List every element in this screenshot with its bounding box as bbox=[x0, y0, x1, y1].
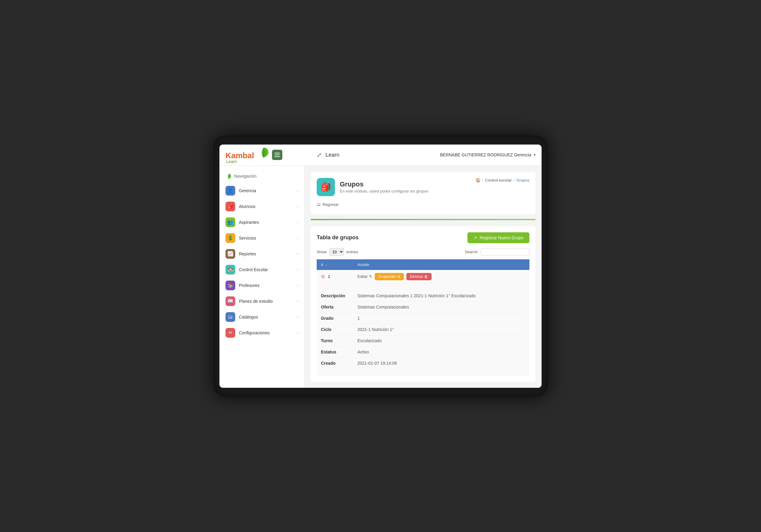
chevron-right-icon: › bbox=[297, 315, 298, 319]
back-icon: 🗂 bbox=[317, 202, 321, 207]
sidebar-item-aspirantes[interactable]: 👥 Aspirantes › bbox=[219, 214, 304, 230]
sidebar-item-planes-estudio[interactable]: 📖 Planes de estudio › bbox=[219, 293, 304, 309]
detail-label-creado: Creado bbox=[321, 361, 357, 366]
detail-row-container: Descripción Sistemas Computacionales 1 2… bbox=[317, 283, 529, 375]
app-header: Kambal Learn ⤢ Learn bbox=[219, 144, 542, 166]
entries-select[interactable]: 10 25 50 bbox=[329, 248, 344, 256]
hamburger-button[interactable] bbox=[272, 150, 282, 160]
suspend-icon: ⊘ bbox=[397, 275, 400, 279]
planes-estudio-icon: 📖 bbox=[225, 296, 235, 306]
sidebar-item-servicios[interactable]: 💲 Servicios › bbox=[219, 230, 304, 246]
table-body: ⊖ 1 Editar ✎ bbox=[317, 270, 529, 376]
sidebar-item-control-escolar[interactable]: 🏫 Control Escolar › bbox=[219, 262, 304, 278]
data-table: # ↕ Acción bbox=[317, 259, 529, 376]
sidebar-nav-label: Navegación bbox=[219, 171, 304, 183]
detail-value-creado: 2021-01-07 19:14:06 bbox=[357, 361, 397, 366]
breadcrumb: 🏠 / Control escolar / Grupos bbox=[476, 178, 529, 183]
edit-label: Editar bbox=[357, 274, 368, 279]
edit-icon: ✎ bbox=[369, 274, 372, 279]
sidebar-item-alumnos[interactable]: 🎒 Alumnos › bbox=[219, 199, 304, 214]
gerencia-icon: 👤 bbox=[225, 186, 235, 195]
app-body: Navegación 👤 Gerencia › 🎒 Alumnos › 👥 As… bbox=[219, 166, 542, 388]
detail-value-ciclo: 2021-1 Nutrición 1° bbox=[357, 327, 394, 332]
detail-label-oferta: Oferta bbox=[321, 304, 357, 309]
nav-leaf-icon bbox=[225, 173, 232, 179]
breadcrumb-home-icon: 🏠 bbox=[476, 178, 481, 183]
page-header: 🎒 Grupos En este módulo, usted podrá con… bbox=[317, 178, 529, 196]
chevron-right-icon: › bbox=[297, 236, 298, 240]
register-icon: ↗ bbox=[474, 235, 477, 240]
detail-label-estatus: Estatus bbox=[321, 349, 357, 354]
hamburger-line-1 bbox=[274, 153, 280, 153]
page-title-text: Grupos En este módulo, usted podrá confi… bbox=[340, 180, 428, 193]
show-entries: Show 10 25 50 entries bbox=[317, 248, 358, 256]
chevron-right-icon: › bbox=[297, 220, 298, 224]
header-app-name: Learn bbox=[325, 152, 339, 158]
chevron-right-icon: › bbox=[297, 299, 298, 303]
chevron-right-icon: › bbox=[297, 268, 298, 272]
search-area: Search: bbox=[465, 248, 529, 256]
chevron-right-icon: › bbox=[297, 188, 298, 193]
sidebar: Navegación 👤 Gerencia › 🎒 Alumnos › 👥 As… bbox=[219, 166, 305, 388]
delete-button[interactable]: Eliminar 🗑 bbox=[406, 273, 432, 280]
col-hash-label: # bbox=[321, 262, 323, 267]
action-buttons: Editar ✎ Suspender ⊘ Elimina bbox=[357, 273, 525, 280]
detail-label-ciclo: Ciclo bbox=[321, 327, 357, 332]
detail-cell: Descripción Sistemas Computacionales 1 2… bbox=[317, 283, 529, 375]
table-controls: Show 10 25 50 entries Search: bbox=[317, 248, 529, 256]
control-escolar-label: Control Escolar bbox=[239, 267, 297, 272]
nav-label-text: Navegación bbox=[234, 174, 257, 179]
delete-icon: 🗑 bbox=[424, 275, 428, 279]
detail-row-estatus: Estatus Activo bbox=[321, 346, 525, 358]
user-name: BERNABE GUTIERREZ RODRIGUEZ Gerencia bbox=[440, 152, 531, 157]
sidebar-item-profesores[interactable]: 📚 Profesores › bbox=[219, 278, 304, 293]
detail-value-turno: Escolarizado bbox=[357, 338, 382, 343]
register-label: Registrar Nuevo Grupo bbox=[480, 235, 523, 240]
detail-row-ciclo: Ciclo 2021-1 Nutrición 1° bbox=[321, 324, 525, 335]
detail-label-descripcion: Descripción bbox=[321, 293, 357, 298]
search-input[interactable] bbox=[481, 248, 529, 256]
sidebar-item-configuraciones[interactable]: ✂ Configuraciones › bbox=[219, 325, 304, 341]
breadcrumb-control-escolar[interactable]: Control escolar bbox=[485, 178, 511, 183]
col-accion-label: Acción bbox=[357, 262, 369, 267]
sort-icon: ↕ bbox=[325, 263, 327, 267]
hamburger-line-3 bbox=[274, 156, 280, 157]
search-label: Search: bbox=[465, 250, 478, 254]
green-divider bbox=[311, 219, 536, 220]
detail-row-grado: Grado 1 bbox=[321, 313, 525, 324]
page-icon: 🎒 bbox=[317, 178, 335, 196]
configuraciones-label: Configuraciones bbox=[239, 330, 297, 335]
gerencia-label: Gerencia bbox=[239, 188, 297, 193]
chevron-right-icon: › bbox=[297, 204, 298, 209]
aspirantes-icon: 👥 bbox=[225, 217, 235, 227]
back-button[interactable]: 🗂 Regresar bbox=[317, 201, 338, 208]
back-label: Regresar bbox=[322, 202, 338, 207]
col-accion: Acción bbox=[353, 259, 529, 270]
sidebar-item-reportes[interactable]: 📈 Reportes › bbox=[219, 246, 304, 262]
edit-button[interactable]: Editar ✎ bbox=[357, 274, 372, 279]
detail-label-grado: Grado bbox=[321, 316, 357, 321]
detail-row-turno: Turno Escolarizado bbox=[321, 335, 525, 346]
device-screen: Kambal Learn ⤢ Learn bbox=[219, 144, 542, 388]
chevron-right-icon: › bbox=[297, 331, 298, 335]
col-hash: # ↕ bbox=[317, 259, 353, 270]
detail-value-descripcion: Sistemas Computacionales 1 2021-1 Nutric… bbox=[357, 293, 476, 298]
delete-label: Eliminar bbox=[410, 275, 423, 279]
suspend-button[interactable]: Suspender ⊘ bbox=[375, 273, 404, 280]
configuraciones-icon: ✂ bbox=[225, 328, 235, 338]
sidebar-item-gerencia[interactable]: 👤 Gerencia › bbox=[219, 183, 304, 199]
table-row: ⊖ 1 Editar ✎ bbox=[317, 270, 529, 284]
expand-button[interactable]: ⤢ bbox=[317, 151, 322, 158]
catalogos-label: Catálogos bbox=[239, 315, 297, 319]
register-new-group-button[interactable]: ↗ Registrar Nuevo Grupo bbox=[467, 232, 529, 243]
detail-value-grado: 1 bbox=[357, 316, 360, 321]
sidebar-item-catalogos[interactable]: 🗂 Catálogos › bbox=[219, 309, 304, 325]
chevron-down-icon: ▾ bbox=[534, 153, 536, 157]
table-title: Tabla de grupos bbox=[317, 235, 359, 241]
detail-section: Descripción Sistemas Computacionales 1 2… bbox=[321, 287, 525, 372]
chevron-right-icon: › bbox=[297, 283, 298, 288]
main-content: 🎒 Grupos En este módulo, usted podrá con… bbox=[305, 166, 542, 388]
header-user[interactable]: BERNABE GUTIERREZ RODRIGUEZ Gerencia ▾ bbox=[440, 152, 536, 157]
page-subtitle: En este módulo, usted podrá configurar l… bbox=[340, 189, 428, 193]
breadcrumb-sep-2: / bbox=[514, 178, 515, 183]
